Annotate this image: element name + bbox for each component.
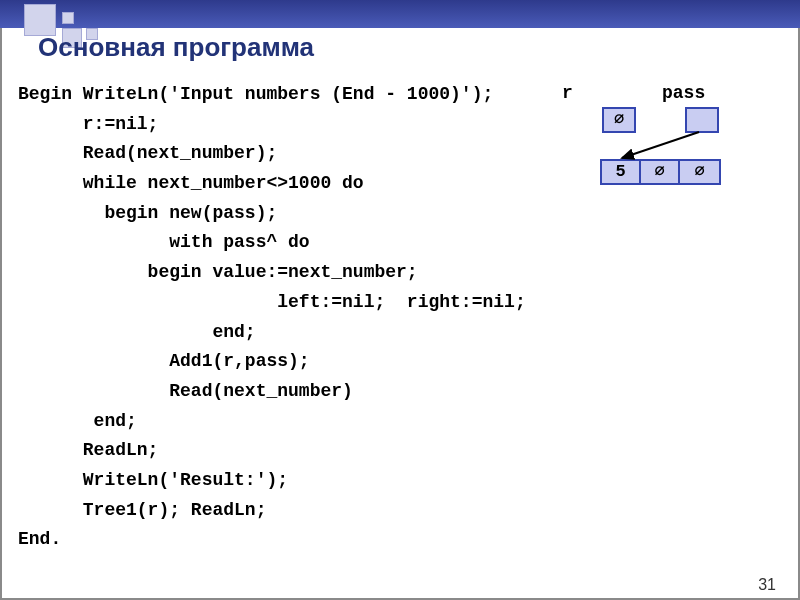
svg-line-0	[622, 132, 699, 158]
top-bar	[0, 0, 800, 28]
arrow-svg	[540, 83, 780, 223]
page-number: 31	[758, 576, 776, 594]
slide-title: Основная программа	[38, 32, 314, 63]
code-block: Begin WriteLn('Input numbers (End - 1000…	[18, 80, 526, 555]
